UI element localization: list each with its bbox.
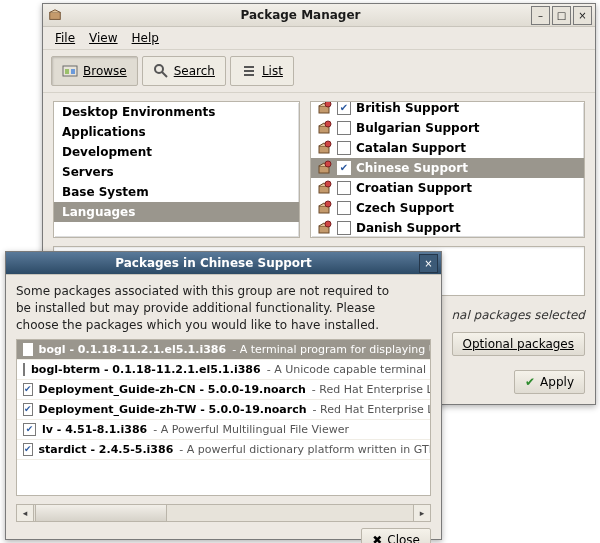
dialog-package-checkbox[interactable]: ✔ (23, 403, 33, 416)
tab-list[interactable]: List (230, 56, 294, 86)
svg-point-14 (325, 141, 331, 147)
maximize-button[interactable]: □ (552, 6, 571, 25)
category-item[interactable]: Applications (54, 122, 299, 142)
package-checkbox[interactable] (337, 221, 351, 235)
package-icon (316, 140, 332, 156)
package-row[interactable]: Czech Support (311, 198, 584, 218)
category-item[interactable]: Development (54, 142, 299, 162)
packages-dialog: Packages in Chinese Support × Some packa… (5, 251, 442, 540)
package-icon (316, 120, 332, 136)
dialog-package-list[interactable]: ✔bogl - 0.1.18-11.2.1.el5.1.i386 - A ter… (16, 339, 431, 496)
package-icon (316, 180, 332, 196)
package-row[interactable]: Croatian Support (311, 178, 584, 198)
toolbar: Browse Search List (43, 50, 595, 93)
dialog-package-checkbox[interactable] (23, 363, 25, 376)
dialog-package-name: lv - 4.51-8.1.i386 (42, 423, 147, 436)
dialog-package-row[interactable]: ✔bogl - 0.1.18-11.2.1.el5.1.i386 - A ter… (17, 340, 430, 360)
dialog-title: Packages in Chinese Support (6, 256, 441, 270)
package-checkbox[interactable]: ✔ (337, 101, 351, 115)
svg-rect-3 (71, 69, 75, 74)
category-pane[interactable]: Desktop Environments Applications Develo… (53, 101, 300, 238)
dialog-package-checkbox[interactable]: ✔ (23, 423, 36, 436)
dialog-close-button[interactable]: ✖ Close (361, 528, 431, 543)
package-label: Croatian Support (356, 181, 472, 195)
search-icon (153, 63, 169, 79)
package-row[interactable]: Catalan Support (311, 138, 584, 158)
close-window-button[interactable]: × (573, 6, 592, 25)
svg-line-5 (162, 72, 167, 77)
tab-search[interactable]: Search (142, 56, 226, 86)
package-checkbox[interactable] (337, 121, 351, 135)
svg-point-4 (155, 65, 163, 73)
dialog-package-desc: - A Unicode capable terminal program for (267, 363, 431, 376)
dialog-titlebar[interactable]: Packages in Chinese Support × (6, 252, 441, 275)
package-icon (316, 200, 332, 216)
dialog-package-desc: - Red Hat Enterprise Linux Deployr (313, 403, 431, 416)
scroll-thumb[interactable] (35, 505, 167, 521)
scroll-left-button[interactable]: ◂ (17, 505, 34, 521)
svg-point-18 (325, 181, 331, 187)
package-checkbox[interactable] (337, 181, 351, 195)
category-item[interactable]: Base System (54, 182, 299, 202)
minimize-button[interactable]: – (531, 6, 550, 25)
window-title: Package Manager (66, 8, 595, 22)
dialog-package-name: bogl-bterm - 0.1.18-11.2.1.el5.1.i386 (31, 363, 261, 376)
package-label: Chinese Support (356, 161, 468, 175)
package-icon (316, 160, 332, 176)
menubar: File View Help (43, 27, 595, 50)
window-buttons: – □ × (531, 6, 592, 25)
tab-browse-label: Browse (83, 64, 127, 78)
dialog-package-name: Deployment_Guide-zh-TW - 5.0.0-19.noarch (39, 403, 307, 416)
menu-help[interactable]: Help (126, 29, 165, 47)
svg-point-12 (325, 121, 331, 127)
category-item[interactable]: Languages (54, 202, 299, 222)
category-item[interactable]: Desktop Environments (54, 102, 299, 122)
apply-button[interactable]: ✔ Apply (514, 370, 585, 394)
package-pane[interactable]: ✔British SupportBulgarian SupportCatalan… (310, 101, 585, 238)
package-row[interactable]: Bulgarian Support (311, 118, 584, 138)
category-item[interactable]: Servers (54, 162, 299, 182)
optional-packages-button[interactable]: Optional packages (452, 332, 585, 356)
menu-file[interactable]: File (49, 29, 81, 47)
dialog-package-checkbox[interactable]: ✔ (23, 443, 33, 456)
list-icon (241, 63, 257, 79)
dialog-close-x-button[interactable]: × (419, 254, 438, 273)
dialog-intro: Some packages associated with this group… (6, 275, 441, 339)
package-row[interactable]: Danish Support (311, 218, 584, 238)
dialog-package-row[interactable]: ✔Deployment_Guide-zh-TW - 5.0.0-19.noarc… (17, 400, 430, 420)
package-label: Danish Support (356, 221, 461, 235)
dialog-package-desc: - A terminal program for displaying Unic… (232, 343, 431, 356)
dialog-package-checkbox[interactable]: ✔ (23, 383, 33, 396)
dialog-hscrollbar[interactable]: ◂ ▸ (16, 504, 431, 522)
status-text: nal packages selected (452, 308, 586, 322)
menu-view[interactable]: View (83, 29, 123, 47)
package-row[interactable]: ✔Chinese Support (311, 158, 584, 178)
svg-rect-0 (50, 12, 61, 19)
dialog-package-row[interactable]: bogl-bterm - 0.1.18-11.2.1.el5.1.i386 - … (17, 360, 430, 380)
svg-point-20 (325, 201, 331, 207)
svg-point-10 (325, 101, 331, 107)
tab-browse[interactable]: Browse (51, 56, 138, 86)
dialog-package-checkbox[interactable]: ✔ (23, 343, 33, 356)
svg-rect-2 (65, 69, 69, 74)
dialog-package-desc: - A powerful dictionary platform written… (179, 443, 431, 456)
dialog-package-row[interactable]: ✔Deployment_Guide-zh-CN - 5.0.0-19.noarc… (17, 380, 430, 400)
scroll-right-button[interactable]: ▸ (413, 505, 430, 521)
close-icon: ✖ (372, 533, 382, 543)
dialog-package-row[interactable]: ✔stardict - 2.4.5-5.i386 - A powerful di… (17, 440, 430, 460)
package-label: Czech Support (356, 201, 454, 215)
svg-point-22 (325, 221, 331, 227)
check-icon: ✔ (525, 375, 535, 389)
dialog-package-name: bogl - 0.1.18-11.2.1.el5.1.i386 (39, 343, 227, 356)
package-row[interactable]: ✔British Support (311, 101, 584, 118)
package-icon (316, 101, 332, 116)
dialog-package-name: stardict - 2.4.5-5.i386 (39, 443, 174, 456)
package-label: Catalan Support (356, 141, 466, 155)
package-checkbox[interactable]: ✔ (337, 161, 351, 175)
package-checkbox[interactable] (337, 141, 351, 155)
package-checkbox[interactable] (337, 201, 351, 215)
tab-search-label: Search (174, 64, 215, 78)
titlebar[interactable]: Package Manager – □ × (43, 4, 595, 27)
dialog-package-row[interactable]: ✔lv - 4.51-8.1.i386 - A Powerful Multili… (17, 420, 430, 440)
svg-point-16 (325, 161, 331, 167)
